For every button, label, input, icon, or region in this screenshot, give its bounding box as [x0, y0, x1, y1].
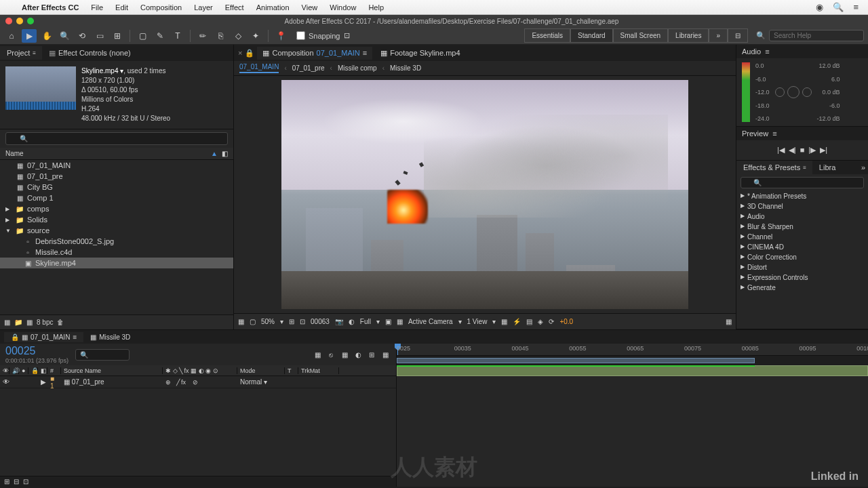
panel-menu-icon[interactable]: ≡	[33, 50, 35, 56]
fast-preview-icon[interactable]: ⚡	[513, 318, 521, 325]
level-knob[interactable]	[787, 86, 800, 98]
asset-thumbnail[interactable]	[5, 66, 76, 110]
new-folder-icon[interactable]: 📁	[14, 319, 22, 326]
timeline-tab-main[interactable]: 🔒 ▦ 07_01_MAIN ≡	[4, 332, 83, 342]
preview-menu-icon[interactable]: ≡	[772, 129, 776, 138]
ws-essentials[interactable]: Essentials	[524, 28, 570, 43]
first-frame-button[interactable]: |◀	[777, 146, 785, 155]
project-columns[interactable]: Name ▲ ◧	[0, 148, 233, 160]
menu-view[interactable]: View	[302, 3, 318, 12]
viewer-menu-icon[interactable]: ▦	[726, 318, 732, 325]
audio-panel-header[interactable]: Audio ≡	[736, 45, 868, 58]
safe-zones-icon[interactable]: ⊞	[289, 318, 294, 325]
resolution-dropdown[interactable]: Full	[360, 318, 371, 325]
project-tree[interactable]: ▦07_01_MAIN▦07_01_pre▦City BG▦Comp 1▶📁co…	[0, 160, 233, 314]
roi-icon[interactable]: ▣	[385, 318, 391, 325]
video-col-icon[interactable]: 👁	[0, 367, 9, 374]
expand-arrow-icon[interactable]: ▶	[741, 213, 745, 220]
effects-category-list[interactable]: ▶* Animation Presets▶3D Channel▶Audio▶Bl…	[736, 191, 868, 293]
zoom-dropdown-icon[interactable]: ▾	[280, 318, 283, 325]
spotlight-icon[interactable]: 🔍	[833, 2, 844, 12]
menu-composition[interactable]: Composition	[140, 3, 182, 12]
cc-icon[interactable]: ◉	[816, 2, 823, 12]
project-tab[interactable]: Project ≡	[0, 46, 42, 60]
menu-edit[interactable]: Edit	[115, 3, 128, 12]
pixel-aspect-icon[interactable]: ▦	[501, 318, 507, 325]
trash-icon[interactable]: 🗑	[57, 319, 64, 326]
brush-tool[interactable]: ✏	[195, 29, 210, 43]
expand-arrow-icon[interactable]: ▶	[741, 284, 745, 291]
solo-col-icon[interactable]: ●	[19, 367, 28, 374]
effect-category[interactable]: ▶Distort	[736, 262, 868, 272]
bc-missile[interactable]: Missile comp	[338, 64, 377, 72]
expand-arrow-icon[interactable]: ▶	[741, 274, 745, 281]
bc-missile3d[interactable]: Missile 3D	[390, 64, 421, 72]
bpc-toggle[interactable]: 8 bpc	[37, 319, 53, 326]
ws-reset-icon[interactable]: ⊟	[728, 28, 748, 43]
grid-icon[interactable]: ⊡	[300, 318, 305, 325]
layer-name[interactable]: 07_01_pre	[72, 378, 104, 386]
stop-button[interactable]: ■	[800, 146, 805, 155]
lock-col-icon[interactable]: 🔒	[28, 367, 38, 374]
tab-menu-icon[interactable]: ≡	[73, 333, 77, 341]
menu-file[interactable]: File	[91, 3, 103, 12]
orbit-tool[interactable]: ⟲	[75, 29, 90, 43]
menu-help[interactable]: Help	[368, 3, 384, 12]
channel-icon[interactable]: ◐	[349, 318, 355, 325]
label-col[interactable]: ◧	[38, 367, 47, 374]
graph-editor-icon[interactable]: ⊞	[366, 349, 377, 360]
menu-effect[interactable]: Effect	[225, 3, 244, 12]
lock-icon[interactable]: 🔒	[11, 333, 19, 341]
ws-overflow-icon[interactable]: »	[709, 28, 728, 43]
camera-dropdown[interactable]: Active Camera	[408, 318, 453, 325]
help-search-input[interactable]	[769, 30, 864, 41]
res-dropdown-icon[interactable]: ▾	[376, 318, 380, 325]
layer-video-toggle[interactable]: 👁	[0, 378, 9, 386]
effect-category[interactable]: ▶Audio	[736, 211, 868, 222]
selection-tool[interactable]: ▶	[22, 29, 37, 43]
frame-blend-icon[interactable]: ▦	[339, 349, 350, 360]
interpret-icon[interactable]: ▦	[4, 319, 10, 326]
project-item[interactable]: ▦Comp 1	[0, 192, 233, 203]
current-frame[interactable]: 00063	[311, 318, 330, 325]
comp-tab[interactable]: ▦ Composition 07_01_MAIN ≡	[257, 47, 372, 60]
work-area-bar[interactable]	[397, 356, 868, 365]
audio-menu-icon[interactable]: ≡	[765, 47, 769, 56]
project-item[interactable]: ▦07_01_pre	[0, 171, 233, 182]
always-preview-icon[interactable]: ▦	[238, 318, 244, 325]
expand-icon[interactable]: ▼	[5, 228, 12, 234]
menu-extra-icon[interactable]: ≡	[853, 2, 859, 12]
sort-arrow-icon[interactable]: ▲	[211, 150, 218, 157]
toggle-in-out-icon[interactable]: ⊡	[23, 478, 28, 485]
toggle-switches-icon[interactable]: ⊞	[4, 478, 9, 485]
flowchart-icon[interactable]: ◈	[538, 318, 543, 325]
new-comp-icon[interactable]: ▦	[26, 319, 33, 326]
source-col[interactable]: Source Name	[61, 367, 163, 374]
project-item[interactable]: ▦07_01_MAIN	[0, 160, 233, 171]
footage-tab[interactable]: ▦ Footage Skyline.mp4	[375, 47, 465, 60]
ws-standard[interactable]: Standard	[570, 28, 613, 43]
layer-expand-icon[interactable]: ▶	[38, 378, 47, 386]
comp-panel-menu-icon[interactable]: ≡	[363, 49, 367, 57]
camera-tool[interactable]: ▭	[92, 29, 107, 43]
timeline-search-input[interactable]	[75, 349, 130, 361]
home-icon[interactable]: ⌂	[4, 29, 19, 43]
effect-category[interactable]: ▶Color Correction	[736, 252, 868, 262]
reset-exposure-icon[interactable]: ⟳	[549, 318, 554, 325]
timeline-tab-missile[interactable]: ▦ Missile 3D	[83, 332, 137, 342]
project-item[interactable]: ▫DebrisStone0002_S.jpg	[0, 236, 233, 247]
effect-category[interactable]: ▶* Animation Presets	[736, 191, 868, 201]
eraser-tool[interactable]: ◇	[231, 29, 245, 43]
expand-arrow-icon[interactable]: ▶	[741, 243, 745, 251]
views-dropdown-icon[interactable]: ▾	[492, 318, 496, 325]
shy-icon[interactable]: ⎋	[326, 349, 336, 360]
rectangle-tool[interactable]: ▢	[135, 29, 150, 43]
pan-behind-tool[interactable]: ⊞	[110, 29, 125, 43]
ws-libraries[interactable]: Libraries	[668, 28, 709, 43]
timeline-icon[interactable]: ▤	[526, 318, 532, 325]
ws-small-screen[interactable]: Small Screen	[613, 28, 668, 43]
effect-category[interactable]: ▶Generate	[736, 283, 868, 293]
project-item[interactable]: ▦City BG	[0, 182, 233, 192]
views-dropdown[interactable]: 1 View	[467, 318, 488, 325]
pen-tool[interactable]: ✎	[153, 29, 167, 43]
